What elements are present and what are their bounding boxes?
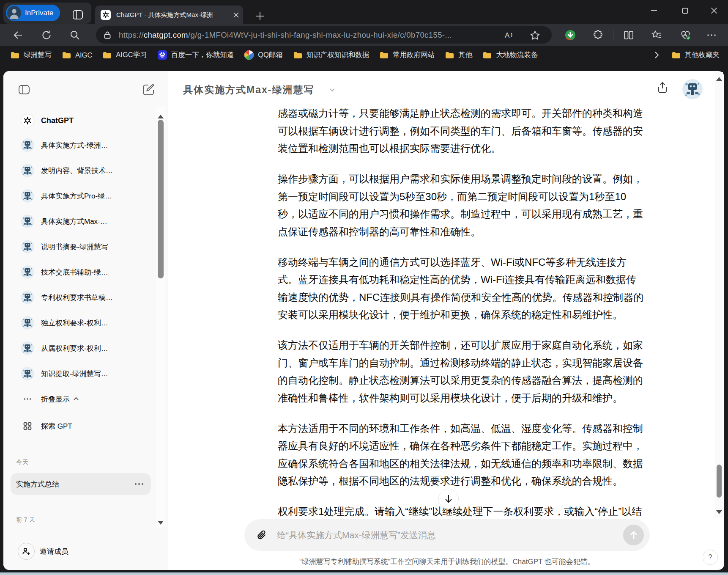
chat-line: 移动终端与车辆之间的通信方式可以选择蓝牙、Wi-Fi或NFC等多种无线连接方 (278, 253, 658, 271)
idm-extension-icon[interactable] (564, 29, 577, 41)
sidebar-toggle-icon[interactable] (17, 83, 31, 96)
chat-paragraph: 权利要求1处理完成。请输入“继续”以继续处理下一条权利要求，或输入“停止”以结 (278, 503, 658, 520)
chat-line: 装位置和检测范围也可以根据实际需要进行优化。 (278, 140, 658, 157)
sidebar-item-gpt[interactable]: 独立权利要求-权利… (21, 314, 158, 332)
bookmark-label: QQ邮箱 (258, 50, 283, 60)
bookmarks-overflow-icon[interactable] (653, 51, 660, 59)
share-icon[interactable] (656, 81, 669, 94)
gpt-item-label: 具体实施方式Pro-绿… (41, 191, 112, 201)
send-button[interactable] (623, 525, 644, 545)
folder-icon (62, 52, 71, 59)
tab-close-icon[interactable] (231, 10, 241, 19)
gpt-avatar-icon (21, 138, 34, 152)
window-minimize-button[interactable] (644, 0, 664, 21)
bookmark-item[interactable]: 绿洲慧写 (11, 50, 52, 60)
gpt-avatar[interactable] (682, 79, 703, 99)
gpt-avatar-icon (21, 316, 34, 330)
help-button[interactable]: ? (703, 550, 718, 565)
chat-line: 第一预定时间段可以设置为5秒至30秒，而第二预定时间段可以设置为1秒至10 (278, 188, 658, 206)
toolbar-separator (613, 30, 613, 40)
browser-essentials-icon[interactable] (679, 29, 692, 41)
scroll-to-bottom-button[interactable] (438, 489, 459, 509)
favorites-hub-icon[interactable] (650, 29, 663, 41)
sidebar-item-invite[interactable]: 邀请成员 (18, 542, 155, 561)
chat-line: 该方法不仅适用于车辆的开关部件控制，还可以扩展应用于家庭自动化系统，如家 (278, 336, 658, 354)
chat-line: 式。蓝牙连接具有低功耗和稳定性高的优势，Wi-Fi连接具有传输距离远和数据传 (278, 271, 658, 289)
chat-paragraph: 本方法适用于不同的环境和工作条件，如高温、低温、湿度变化等。传感器和控制器应具有… (278, 420, 658, 490)
tab-actions-icon[interactable] (71, 8, 85, 22)
new-chat-icon[interactable] (142, 83, 155, 96)
back-icon[interactable] (12, 29, 25, 41)
section-header-prev7days: 前 7 天 (16, 516, 35, 524)
message-input[interactable]: 给“具体实施方式Max-绿洲慧写”发送消息 (244, 519, 650, 551)
bookmark-label: 常用政府网站 (393, 50, 435, 60)
new-tab-button[interactable] (254, 10, 266, 22)
sidebar-item-chatgpt[interactable]: ChatGPT (21, 111, 158, 130)
desktop-strip (0, 572, 728, 575)
sidebar-item-gpt[interactable]: 知识提取-绿洲慧写… (21, 364, 158, 383)
chat-line: 安装可以采用模块化设计，便于维护和更换，确保系统的稳定性和易维护性。 (278, 306, 658, 324)
sidebar-item-gpt[interactable]: 从属权利要求-权利… (21, 339, 158, 358)
sidebar-item-explore-gpt[interactable]: 探索 GPT (21, 417, 158, 435)
invite-members-icon (18, 543, 35, 560)
chat-line: 可以根据车辆设计进行调整，例如不同类型的车门、后备箱和车窗等。传感器的安 (278, 122, 658, 140)
settings-more-icon[interactable] (705, 29, 718, 41)
sidebar-item-gpt[interactable]: 具体实施方式Max-… (21, 212, 158, 231)
explore-gpts-icon (21, 419, 34, 433)
bookmark-label: AIGC学习 (116, 50, 147, 60)
qq-icon (244, 50, 254, 60)
gpt-item-label: 具体实施方式-绿洲… (41, 140, 108, 150)
chat-options-icon[interactable] (135, 483, 143, 485)
sidebar-item-gpt[interactable]: 技术交底书辅助-绿… (21, 263, 158, 281)
bookmark-label: 大地物流装备 (496, 50, 538, 60)
main-scrollbar[interactable] (715, 72, 723, 517)
gpt-avatar-icon (21, 164, 34, 177)
profile-container: InPrivate (3, 3, 91, 24)
bookmark-item[interactable]: QQ邮箱 (244, 50, 283, 60)
gpt-item-label: 从属权利要求-权利… (41, 344, 108, 353)
conversation-title[interactable]: 具体实施方式Max-绿洲慧写 (183, 82, 314, 97)
bookmark-label: 百度一下，你就知道 (171, 50, 234, 60)
gpt-item-label: 具体实施方式Max-… (41, 217, 107, 226)
refresh-icon[interactable] (40, 29, 53, 41)
lock-icon[interactable] (101, 29, 114, 41)
sidebar-item-gpt[interactable]: 发明内容、背景技术… (21, 161, 158, 180)
bookmark-item[interactable]: AIGC学习 (103, 50, 147, 60)
split-screen-icon[interactable] (622, 29, 635, 41)
window-maximize-button[interactable] (675, 0, 695, 21)
extensions-icon[interactable] (592, 29, 605, 41)
attach-icon[interactable] (255, 529, 268, 542)
folder-icon (483, 52, 492, 59)
read-aloud-icon[interactable]: A (503, 29, 515, 41)
bookmark-item[interactable]: 大地物流装备 (483, 50, 538, 60)
sidebar-item-gpt[interactable]: 说明书摘要-绿洲慧写 (21, 237, 158, 256)
gpt-item-label: 专利权利要求书草稿… (41, 293, 113, 303)
folder-icon (445, 52, 454, 59)
sidebar-scrollbar[interactable] (156, 107, 165, 527)
favorite-star-icon[interactable] (528, 29, 541, 41)
sidebar-item-collapse[interactable]: 折叠显示 (21, 390, 158, 408)
search-icon[interactable] (68, 29, 81, 41)
address-bar[interactable]: https://chatgpt.com/g/g-1MFOi4WtV-ju-ti-… (96, 26, 552, 44)
chatgpt-page: ChatGPT 具体实施方式-绿洲…发明内容、背景技术…具体实施方式Pro-绿…… (3, 71, 724, 570)
bookmark-label: 绿洲慧写 (24, 50, 52, 60)
chat-line: 权利要求1处理完成。请输入“继续”以继续处理下一条权利要求，或输入“停止”以结 (278, 503, 658, 520)
sidebar-item-gpt[interactable]: 具体实施方式-绿洲… (21, 136, 158, 154)
bookmark-item[interactable]: 知识产权知识和数据 (293, 50, 369, 60)
folder-icon (293, 52, 302, 59)
inprivate-label: InPrivate (25, 9, 53, 17)
sidebar-chat-item[interactable]: 实施方式总结 (11, 473, 151, 495)
window-close-button[interactable] (704, 0, 724, 21)
disclaimer-text: “绿洲慧写专利辅助撰写系统”工作空间聊天未用于训练我们的模型。ChatGPT 也… (244, 557, 650, 567)
bookmark-item[interactable]: 常用政府网站 (380, 50, 435, 60)
svg-text:A: A (505, 31, 510, 39)
bookmark-item[interactable]: du百度一下，你就知道 (158, 50, 234, 60)
tab-title-fade (209, 6, 226, 24)
sidebar-item-gpt[interactable]: 专利权利要求书草稿… (21, 288, 158, 307)
browser-tab[interactable]: ChatGPT - 具体实施方式Max-绿洲 (95, 6, 243, 24)
other-favorites[interactable]: 其他收藏夹 (672, 50, 720, 60)
sidebar-item-gpt[interactable]: 具体实施方式Pro-绿… (21, 187, 158, 205)
bookmark-item[interactable]: 其他 (445, 50, 472, 60)
inprivate-badge[interactable]: InPrivate (6, 5, 60, 21)
bookmark-item[interactable]: AIGC (62, 51, 92, 59)
